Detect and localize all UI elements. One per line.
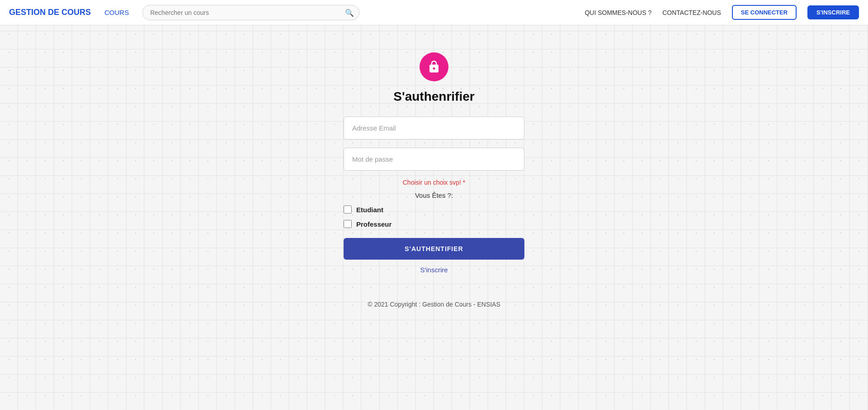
etudiant-checkbox-row: Etudiant	[344, 205, 524, 214]
sinscrire-nav-button[interactable]: S'INSCRIRE	[807, 5, 859, 19]
etudiant-label[interactable]: Etudiant	[356, 206, 383, 214]
contactez-nous-link[interactable]: CONTACTEZ-NOUS	[662, 9, 721, 16]
search-input[interactable]	[142, 5, 359, 20]
authenticate-button[interactable]: S'AUTHENTIFIER	[344, 238, 524, 260]
professeur-checkbox-row: Professeur	[344, 220, 524, 228]
error-message: Choisir un choix svp! *	[403, 179, 466, 186]
search-icon: 🔍	[345, 8, 354, 17]
professeur-label[interactable]: Professeur	[356, 220, 392, 228]
nav-cours-link[interactable]: COURS	[104, 9, 129, 16]
password-input[interactable]	[344, 148, 524, 171]
etudiant-checkbox[interactable]	[344, 205, 352, 214]
nav-right: QUI SOMMES-NOUS ? CONTACTEZ-NOUS SE CONN…	[585, 5, 859, 20]
main-content: S'authenrifier Choisir un choix svp! * V…	[0, 25, 868, 410]
professeur-checkbox[interactable]	[344, 220, 352, 228]
lock-icon-circle	[420, 52, 448, 81]
navbar: GESTION DE COURS COURS 🔍 QUI SOMMES-NOUS…	[0, 0, 868, 25]
lock-icon	[427, 60, 441, 74]
vous-etes-label: Vous Êtes ?:	[415, 191, 453, 199]
form-title: S'authenrifier	[393, 89, 474, 104]
se-connecter-button[interactable]: SE CONNECTER	[732, 5, 797, 20]
login-form-container: S'authenrifier Choisir un choix svp! * V…	[321, 52, 547, 308]
qui-sommes-nous-link[interactable]: QUI SOMMES-NOUS ?	[585, 9, 651, 16]
email-input[interactable]	[344, 116, 524, 140]
nav-search-container: 🔍	[142, 5, 359, 20]
sinscrire-link[interactable]: S'inscrire	[420, 266, 448, 274]
nav-brand[interactable]: GESTION DE COURS	[9, 8, 91, 17]
footer-copyright: © 2021 Copyright : Gestion de Cours - EN…	[368, 301, 500, 308]
